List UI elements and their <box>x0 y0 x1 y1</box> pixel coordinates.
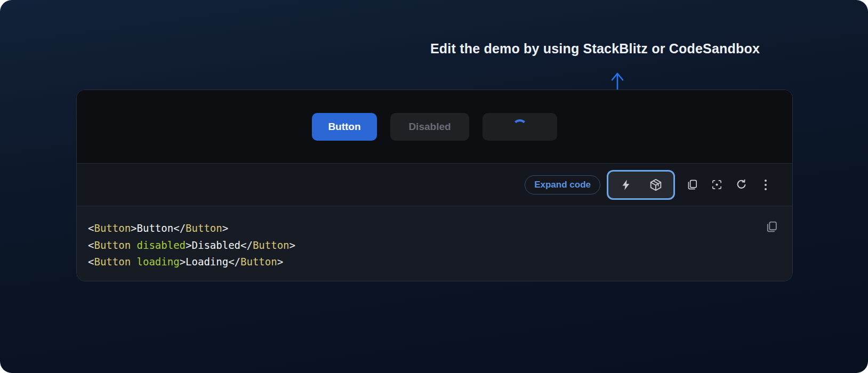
refresh-demo-button[interactable] <box>732 175 751 194</box>
focus-icon <box>711 179 723 191</box>
disabled-button-label: Disabled <box>408 121 451 133</box>
demo-card: Button Disabled Expand code <box>76 90 793 281</box>
stackblitz-icon <box>620 179 632 191</box>
code-lines: <Button>Button</Button><Button disabled>… <box>88 220 760 271</box>
page-background: Edit the demo by using StackBlitz or Cod… <box>0 0 868 373</box>
refresh-icon <box>735 179 748 191</box>
edit-sandbox-group <box>607 170 675 200</box>
disabled-button: Disabled <box>390 113 469 141</box>
demo-toolbar: Expand code <box>77 163 792 206</box>
copy-code-button[interactable] <box>682 175 702 194</box>
codesandbox-icon <box>649 178 663 192</box>
more-options-button[interactable] <box>756 175 775 194</box>
copy-icon <box>686 179 698 191</box>
expand-code-button[interactable]: Expand code <box>525 175 600 194</box>
copy-snippet-button[interactable] <box>764 219 779 236</box>
primary-button[interactable]: Button <box>312 113 377 141</box>
loading-button[interactable] <box>483 113 557 141</box>
code-line: <Button>Button</Button> <box>88 220 760 237</box>
primary-button-label: Button <box>328 121 360 133</box>
code-line: <Button loading>Loading</Button> <box>88 254 760 271</box>
stackblitz-button[interactable] <box>616 175 636 194</box>
annotation-title: Edit the demo by using StackBlitz or Cod… <box>416 41 774 56</box>
copy-icon <box>765 220 778 233</box>
focus-demo-button[interactable] <box>707 175 726 194</box>
code-block: <Button>Button</Button><Button disabled>… <box>77 206 792 281</box>
codesandbox-button[interactable] <box>646 175 665 194</box>
loading-spinner-icon <box>512 119 527 134</box>
expand-code-label: Expand code <box>534 180 591 190</box>
more-icon <box>765 180 767 190</box>
demo-preview-area: Button Disabled <box>77 90 792 163</box>
code-line: <Button disabled>Disabled</Button> <box>88 237 760 254</box>
